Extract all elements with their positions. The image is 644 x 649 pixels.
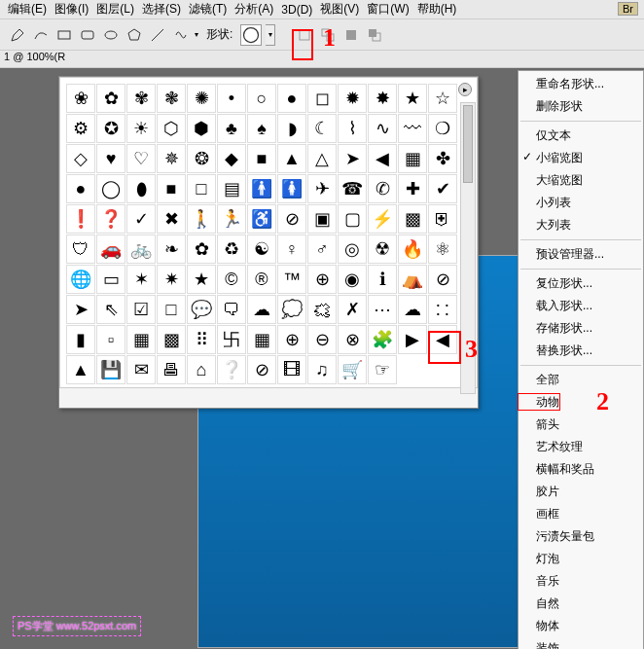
shape-diamond[interactable]: ◆ [217,144,246,173]
shape-speech[interactable]: 💬 [187,295,216,324]
shape-maze[interactable]: 卐 [217,325,246,354]
menu-item[interactable]: 画框 [519,503,643,525]
shape-flower8[interactable]: ✿ [96,84,125,113]
shape-x-icon[interactable]: ✗ [338,295,367,324]
shape-cursor[interactable]: ➤ [66,295,95,324]
shape-star5[interactable]: ★ [187,265,216,294]
line-icon[interactable] [148,25,167,45]
shape-rew[interactable]: ◀ [428,325,457,354]
shape-arc[interactable]: ◗ [277,114,306,143]
menu-item[interactable]: 载入形状... [519,295,643,317]
pen-icon[interactable] [8,25,27,45]
shape-scope[interactable]: ⊕ [307,265,337,294]
shape-check-grid[interactable]: ▦ [126,325,156,354]
menu-item[interactable]: 图层(L) [96,1,134,18]
mode-icon-1[interactable] [295,25,314,45]
shape-phone2[interactable]: ✆ [368,174,397,203]
shape-burst2[interactable]: ✸ [368,84,397,113]
shape-plane[interactable]: ✈ [307,174,337,203]
menu-item[interactable]: 帮助(H) [417,1,457,18]
shape-barcode[interactable]: ▮ [66,325,95,354]
shape-spiral[interactable]: ◉ [338,265,367,294]
menu-item[interactable]: 全部 [519,369,643,391]
shape-excl[interactable]: ❗ [66,204,95,234]
shape-usflag[interactable]: ▩ [398,204,427,234]
menu-item[interactable]: 自然 [519,593,643,615]
shape-square[interactable]: ■ [247,144,276,173]
shape-globe[interactable]: 🌐 [66,265,95,294]
shape-preview[interactable] [240,24,262,46]
shape-gear[interactable]: ⚙ [66,114,95,143]
shape-club[interactable]: ♣ [217,114,246,143]
shape-no[interactable]: ⊘ [277,204,306,234]
menu-item[interactable]: 仅文本 [519,125,643,147]
shape-hex[interactable]: ⬢ [187,114,216,143]
shape-badge[interactable]: ✪ [96,114,125,143]
shape-dots3[interactable]: ⠿ [187,325,216,354]
menu-item[interactable]: 艺术纹理 [519,436,643,458]
shape-yin[interactable]: ☯ [247,234,276,264]
shape-spade[interactable]: ♠ [247,114,276,143]
shape-star-out[interactable]: ☆ [428,84,457,113]
shape-circle[interactable]: ● [277,84,306,113]
menu-item[interactable]: 图像(I) [54,1,89,18]
shape-blob[interactable]: ⬮ [126,174,156,203]
shape-camp[interactable]: ⛺ [398,265,427,294]
menu-item[interactable]: 窗口(W) [367,1,409,18]
shape-sq-fill[interactable]: ■ [157,174,186,203]
menu-item[interactable]: 音乐 [519,570,643,593]
shape-grid2[interactable]: ▤ [217,174,246,203]
menu-item[interactable]: 污渍矢量包 [519,525,643,548]
shape-burst3[interactable]: ✶ [126,265,156,294]
shape-droplet[interactable]: ❍ [428,114,457,143]
shape-moon[interactable]: ☾ [307,114,337,143]
shape-think3[interactable]: ☁ [398,295,427,324]
menu-item[interactable]: 3D(D) [281,3,312,17]
shape-atom[interactable]: ⚛ [428,234,457,264]
shape-minus-c[interactable]: ⊖ [307,325,337,354]
shape-woman[interactable]: 🚺 [277,174,306,203]
shape-save[interactable]: 💾 [96,355,125,384]
polygon-icon[interactable] [125,25,144,45]
shape-ring2[interactable]: ◯ [96,174,125,203]
menu-item[interactable]: 箭头 [519,414,643,436]
shape-speech2[interactable]: 🗨 [217,295,246,324]
shape-hex-flower[interactable]: ❃ [157,84,186,113]
shape-dots2[interactable]: ⸬ [428,295,457,324]
menu-item[interactable]: 存储形状... [519,317,643,340]
shape-burst4[interactable]: ✷ [157,265,186,294]
ellipse-icon[interactable] [101,25,121,45]
shape-tri-out[interactable]: △ [307,144,337,173]
mode-icon-3[interactable] [341,25,361,45]
shape-leaf[interactable]: ❧ [157,234,186,264]
menu-item[interactable]: 重命名形状... [519,73,643,95]
shape-recycle[interactable]: ♻ [217,234,246,264]
menu-item[interactable]: 复位形状... [519,272,643,295]
shape-reg[interactable]: ® [247,265,276,294]
shape-female[interactable]: ♀ [277,234,306,264]
shape-star[interactable]: ★ [398,84,427,113]
menu-item[interactable]: 滤镜(T) [189,1,227,18]
shape-male[interactable]: ♂ [307,234,337,264]
menu-item[interactable]: 物体 [519,615,643,637]
shape-sq-out2[interactable]: □ [157,295,186,324]
shape-quest[interactable]: ❓ [96,204,125,234]
shape-noentry[interactable]: ⊘ [428,265,457,294]
br-badge[interactable]: Br [618,2,638,16]
shape-diamond-out[interactable]: ◇ [66,144,95,173]
shape-music[interactable]: ♫ [307,355,337,384]
shape-play-c[interactable]: ▶ [398,325,427,354]
shape-check2[interactable]: ✓ [126,204,156,234]
shape-hex-out[interactable]: ⬡ [157,114,186,143]
shape-seal2[interactable]: ❂ [187,144,216,173]
shape-grid[interactable]: ▦ [247,325,276,354]
shape-wave2[interactable]: 〰 [398,114,427,143]
menu-item[interactable]: 编辑(E) [8,1,47,18]
shape-wheel[interactable]: ♿ [247,204,276,234]
shape-arrow-r[interactable]: ➤ [338,144,367,173]
menu-item[interactable]: 动物 [519,391,643,414]
custom-shape-icon[interactable] [171,25,191,45]
shape-tile[interactable]: ▦ [398,144,427,173]
shape-film[interactable]: 🎞 [277,355,306,384]
shape-sq-out[interactable]: □ [187,174,216,203]
